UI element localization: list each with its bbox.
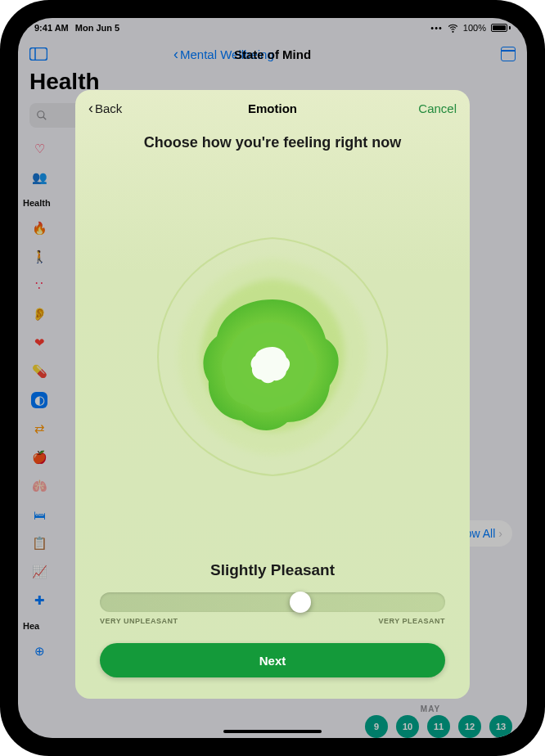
- modal-back-label: Back: [95, 101, 122, 115]
- slider-min-label: VERY UNPLEASANT: [100, 617, 178, 625]
- emotion-visual: [75, 151, 470, 561]
- next-button-label: Next: [259, 654, 286, 668]
- emotion-slider[interactable]: VERY UNPLEASANT VERY PLEASANT: [75, 592, 470, 625]
- emotion-blob-icon: [133, 218, 412, 496]
- chevron-left-icon: ‹: [88, 101, 93, 115]
- slider-max-label: VERY PLEASANT: [378, 617, 445, 625]
- ipad-frame: 9:41 AM Mon Jun 5 ••• 100% ‹ Mental Well…: [0, 0, 545, 756]
- modal-nav: ‹ Back Emotion Cancel: [75, 90, 470, 126]
- feeling-label: Slightly Pleasant: [75, 561, 470, 579]
- modal-cancel-button[interactable]: Cancel: [418, 101, 457, 115]
- emotion-modal: ‹ Back Emotion Cancel Choose how you're …: [75, 90, 470, 699]
- modal-title: Emotion: [248, 101, 297, 115]
- modal-back-button[interactable]: ‹ Back: [88, 101, 122, 115]
- home-indicator[interactable]: [223, 730, 322, 733]
- screen: 9:41 AM Mon Jun 5 ••• 100% ‹ Mental Well…: [18, 18, 527, 738]
- slider-track[interactable]: [100, 592, 445, 612]
- slider-thumb[interactable]: [290, 592, 311, 613]
- next-button[interactable]: Next: [100, 643, 445, 677]
- modal-heading: Choose how you're feeling right now: [75, 134, 470, 151]
